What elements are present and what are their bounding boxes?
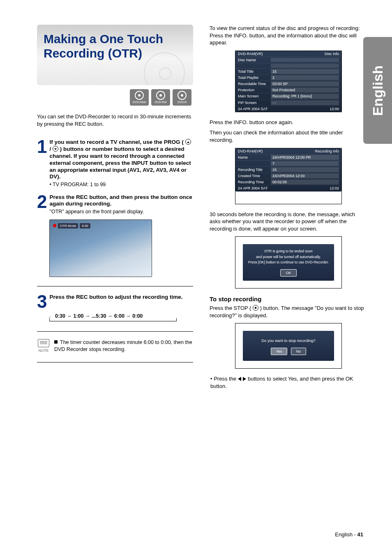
step-2-text: Press the REC button, and then press the… (49, 194, 192, 207)
disc-badges: DVD-RAM DVD-RW DVD-R (37, 89, 193, 106)
step-3-text: Press the REC button to adjust the recor… (49, 294, 182, 300)
title-block: Making a One Touch Recording (OTR) (37, 25, 193, 85)
note-icon-col: NOTE (37, 339, 50, 353)
prog-down-icon (53, 146, 58, 152)
otr-overlay: OTR Mode 0:30 (53, 223, 90, 229)
stop-button-icon (253, 305, 258, 311)
note-block: NOTE The timer counter decreases minute … (37, 339, 193, 353)
recording-info-box: DVD-RAM(VR) Recording Info Name24/APR/20… (235, 148, 341, 192)
note-text: The timer counter decreases minute 6:00 … (54, 339, 193, 353)
badge-dvd-r: DVD-R (173, 89, 191, 106)
disc-info-time: 12:00 (330, 106, 339, 111)
footer-page-number: 41 (357, 531, 363, 538)
recording-info-time: 12:02 (330, 186, 339, 191)
record-dot-icon (53, 224, 56, 227)
msg-line-1: OTR is going to be ended soon (246, 249, 331, 254)
intro-text: You can set the DVD-Recorder to record i… (37, 113, 193, 127)
mid-text-1: Press the INFO. button once again. (210, 119, 367, 126)
disc-info-panel: DVD-RAM(VR) Disc Info Disc Name Total Ti… (235, 51, 342, 112)
otr-preview-image: OTR Mode 0:30 (49, 219, 152, 277)
step-2: 2 Press the REC button, and then press t… (37, 194, 193, 215)
prog-up-icon (185, 139, 191, 145)
step-1-sub: • TV PROGRAM: 1 to 99 (49, 181, 193, 188)
separator (37, 286, 193, 286)
step-1: 1 If you want to record a TV channel, us… (37, 139, 193, 188)
step-3-sequence: → 0:30 → 1:00 → ...5:30 → 6:00 → 0:00 (49, 313, 193, 322)
left-column: Making a One Touch Recording (OTR) DVD-R… (37, 25, 193, 393)
step-3-body: Press the REC button to adjust the recor… (49, 294, 182, 301)
footer-lang: English - (335, 531, 357, 538)
stop-recording-box: Do you want to stop recording? Yes No (243, 331, 334, 361)
recording-info-footer: 24 APR 2004 SAT 12:02 (235, 185, 341, 191)
note-icon (38, 339, 49, 347)
disc-info-header: DVD-RAM(VR) Disc Info (235, 51, 341, 57)
page-content: Making a One Touch Recording (OTR) DVD-R… (0, 0, 392, 409)
otr-end-message-box: OTR is going to be ended soon and power … (243, 244, 334, 281)
step-2-number: 2 (37, 194, 47, 209)
step-1-body: If you want to record a TV channel, use … (49, 139, 193, 188)
stop-question: Do you want to stop recording? (246, 338, 331, 344)
stop-bullet: • Press the buttons to select Yes, and t… (210, 375, 367, 390)
msg-line-3: Press [OK] button to continue to use DVD… (246, 260, 331, 265)
language-side-tab-text: English (370, 65, 386, 116)
right-column: To view the current status of the disc a… (210, 25, 367, 393)
otr-time-chip: 0:30 (80, 223, 90, 229)
step-2-sub: "OTR" appears on the front panel display… (49, 208, 193, 215)
recording-info-header-left: DVD-RAM(VR) (238, 149, 271, 154)
stop-recording-heading: To stop recording (210, 295, 367, 303)
disc-info-date: 24 APR 2004 SAT (238, 106, 271, 111)
no-button[interactable]: No (291, 348, 307, 355)
yes-button[interactable]: Yes (271, 348, 288, 355)
disc-info-footer: 24 APR 2004 SAT 12:00 (235, 106, 341, 112)
left-arrow-icon (238, 377, 241, 381)
disc-info-box: DVD-RAM(VR) Disc Info Disc Name Total Ti… (235, 51, 341, 112)
disc-info-header-left: DVD-RAM(VR) (238, 51, 271, 56)
otr-mode-chip: OTR Mode (58, 223, 78, 229)
step-1-text: If you want to record a TV channel, use … (49, 139, 191, 180)
otr-end-message-panel: OTR is going to be ended soon and power … (235, 236, 342, 289)
badge-dvd-ram: DVD-RAM (130, 89, 149, 106)
bullet-icon (54, 340, 58, 344)
page-footer: English - 41 (335, 531, 363, 538)
ok-button[interactable]: OK (280, 269, 296, 277)
stop-recording-panel: Do you want to stop recording? Yes No (235, 323, 342, 369)
msg-line-2: and power will be turned off automatical… (246, 255, 331, 259)
right-intro: To view the current status of the disc a… (210, 25, 367, 46)
step-1-number: 1 (37, 139, 47, 154)
note-label: NOTE (37, 348, 50, 353)
mid-text-2: Then you can check the information about… (210, 129, 367, 143)
note-text-content: The timer counter decreases minute 6:00 … (54, 339, 192, 352)
separator-2 (37, 331, 193, 332)
stop-text: Press the STOP ( ) button. The message "… (210, 305, 367, 319)
disc-info-header-right: Disc Info (325, 51, 339, 56)
recording-info-header: DVD-RAM(VR) Recording Info (235, 148, 341, 154)
para-30sec: 30 seconds before the recording is done,… (210, 211, 367, 233)
recording-info-header-right: Recording Info (315, 149, 339, 154)
step-2-body: Press the REC button, and then press the… (49, 194, 193, 215)
step-3-number: 3 (37, 294, 47, 309)
separator-3 (37, 362, 193, 362)
language-side-tab: English (363, 37, 392, 144)
badge-dvd-rw: DVD-RW (151, 89, 170, 106)
step-3: 3 Press the REC button to adjust the rec… (37, 294, 193, 309)
right-arrow-icon (243, 377, 246, 381)
recording-info-date: 24 APR 2004 SAT (238, 186, 271, 191)
recording-info-panel: DVD-RAM(VR) Recording Info Name24/APR/20… (235, 148, 342, 204)
